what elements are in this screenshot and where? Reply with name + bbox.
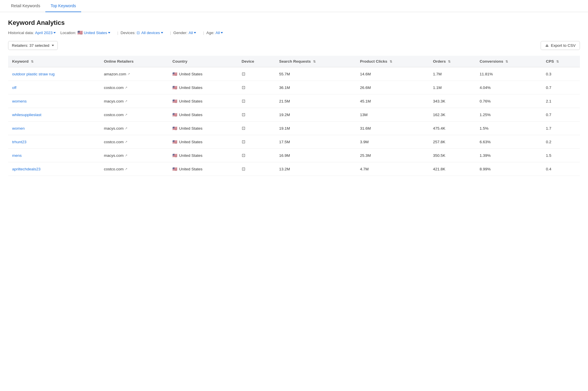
cell-search-requests-3: 19.2M: [275, 108, 356, 122]
country-name-0: United States: [179, 72, 202, 76]
product-clicks-sort-icon: ⇅: [390, 60, 392, 64]
device-icon-2: ⊡: [242, 98, 245, 103]
cell-keyword-1: off: [8, 81, 100, 94]
location-filter: Location: 🇺🇸 United States: [60, 30, 110, 35]
historical-filter: Historical data: April 2023: [8, 31, 56, 35]
col-search-requests[interactable]: Search Requests ⇅: [275, 56, 356, 67]
col-product-clicks[interactable]: Product Clicks ⇅: [356, 56, 429, 67]
tab-top-keywords[interactable]: Top Keywords: [45, 0, 81, 12]
gender-filter: Gender: All: [173, 31, 196, 35]
col-cps[interactable]: CPS ⇅: [542, 56, 580, 67]
export-label: Export to CSV: [551, 43, 576, 48]
cell-keyword-7: apriltechdeals23: [8, 162, 100, 176]
cell-country-3: 🇺🇸 United States: [168, 108, 238, 122]
cell-retailer-1: costco.com ↗: [100, 81, 168, 94]
divider-1: |: [117, 31, 118, 35]
device-icon-1: ⊡: [242, 85, 245, 90]
export-csv-button[interactable]: Export to CSV: [541, 41, 580, 50]
cell-keyword-2: womens: [8, 94, 100, 108]
cell-retailer-4: macys.com ↗: [100, 122, 168, 135]
keyword-link-3[interactable]: whilesupplieslast: [12, 113, 41, 117]
country-flag-5: 🇺🇸: [172, 139, 177, 144]
tab-retail-keywords[interactable]: Retail Keywords: [6, 0, 45, 12]
age-value-btn[interactable]: All: [215, 31, 223, 35]
svg-rect-1: [547, 44, 548, 46]
search-requests-sort-icon: ⇅: [313, 60, 316, 64]
toolbar-row: Retailers: 37 selected Export to CSV: [8, 41, 580, 50]
devices-value-btn[interactable]: ⊡ All devices: [137, 31, 163, 35]
cell-device-5: ⊡: [238, 135, 275, 149]
col-online-retailers: Online Retailers: [100, 56, 168, 67]
country-flag-0: 🇺🇸: [172, 72, 177, 76]
cell-keyword-4: women: [8, 122, 100, 135]
retailer-link-5: costco.com ↗: [104, 140, 164, 144]
country-cell-5: 🇺🇸 United States: [172, 139, 234, 144]
device-icon-0: ⊡: [242, 71, 245, 76]
us-flag-icon: 🇺🇸: [77, 30, 83, 35]
cell-cps-6: 1.5: [542, 149, 580, 162]
keyword-link-2[interactable]: womens: [12, 99, 27, 103]
cell-keyword-0: outdoor plastic straw rug: [8, 67, 100, 81]
orders-sort-icon: ⇅: [448, 60, 451, 64]
location-value-btn[interactable]: 🇺🇸 United States: [77, 30, 110, 35]
table-row: trhunt23 costco.com ↗ 🇺🇸 United States ⊡…: [8, 135, 580, 149]
keyword-link-6[interactable]: mens: [12, 153, 22, 158]
cell-product-clicks-6: 25.3M: [356, 149, 429, 162]
country-name-7: United States: [179, 167, 202, 171]
col-orders[interactable]: Orders ⇅: [429, 56, 476, 67]
cell-country-0: 🇺🇸 United States: [168, 67, 238, 81]
location-label: Location:: [60, 31, 76, 35]
cell-orders-3: 162.3K: [429, 108, 476, 122]
cell-orders-2: 343.3K: [429, 94, 476, 108]
col-country: Country: [168, 56, 238, 67]
country-flag-6: 🇺🇸: [172, 153, 177, 158]
export-icon: [545, 44, 549, 48]
age-filter: Age: All: [206, 31, 223, 35]
cell-conversions-5: 6.63%: [476, 135, 542, 149]
cell-conversions-4: 1.5%: [476, 122, 542, 135]
keyword-link-7[interactable]: apriltechdeals23: [12, 167, 40, 171]
cell-orders-6: 350.5K: [429, 149, 476, 162]
devices-filter: Devices: ⊡ All devices: [120, 31, 163, 35]
cell-product-clicks-2: 45.1M: [356, 94, 429, 108]
country-cell-6: 🇺🇸 United States: [172, 153, 234, 158]
cell-orders-5: 257.8K: [429, 135, 476, 149]
cell-conversions-3: 1.25%: [476, 108, 542, 122]
device-icon-6: ⊡: [242, 153, 245, 158]
country-name-4: United States: [179, 126, 202, 131]
gender-label: Gender:: [173, 31, 187, 35]
col-conversions[interactable]: Conversions ⇅: [476, 56, 542, 67]
device-icon-5: ⊡: [242, 139, 245, 144]
conversions-sort-icon: ⇅: [505, 60, 508, 64]
gender-chevron-icon: [194, 32, 196, 33]
retailers-dropdown[interactable]: Retailers: 37 selected: [8, 41, 58, 50]
cell-orders-7: 421.8K: [429, 162, 476, 176]
keyword-link-4[interactable]: women: [12, 126, 25, 131]
gender-value-btn[interactable]: All: [189, 31, 196, 35]
device-icon-7: ⊡: [242, 166, 245, 171]
cell-country-7: 🇺🇸 United States: [168, 162, 238, 176]
filters-row: Historical data: April 2023 Location: 🇺🇸…: [8, 30, 580, 35]
cell-country-5: 🇺🇸 United States: [168, 135, 238, 149]
keyword-link-0[interactable]: outdoor plastic straw rug: [12, 72, 55, 76]
col-keyword[interactable]: Keyword ⇅: [8, 56, 100, 67]
age-label: Age:: [206, 31, 215, 35]
cell-product-clicks-1: 26.6M: [356, 81, 429, 94]
keyword-link-1[interactable]: off: [12, 85, 16, 90]
cell-device-6: ⊡: [238, 149, 275, 162]
country-cell-3: 🇺🇸 United States: [172, 112, 234, 117]
device-icon-4: ⊡: [242, 126, 245, 131]
cell-conversions-2: 0.76%: [476, 94, 542, 108]
retailer-link-1: costco.com ↗: [104, 85, 164, 90]
cell-cps-3: 0.7: [542, 108, 580, 122]
retailer-link-7: costco.com ↗: [104, 167, 164, 171]
historical-value-btn[interactable]: April 2023: [35, 31, 56, 35]
country-cell-2: 🇺🇸 United States: [172, 99, 234, 103]
cell-keyword-6: mens: [8, 149, 100, 162]
cell-retailer-3: costco.com ↗: [100, 108, 168, 122]
data-table: Keyword ⇅ Online Retailers Country Devic…: [8, 56, 580, 176]
keyword-sort-icon: ⇅: [31, 60, 34, 64]
keyword-link-5[interactable]: trhunt23: [12, 140, 27, 144]
ext-link-icon-7: ↗: [125, 167, 127, 171]
cell-product-clicks-5: 3.9M: [356, 135, 429, 149]
